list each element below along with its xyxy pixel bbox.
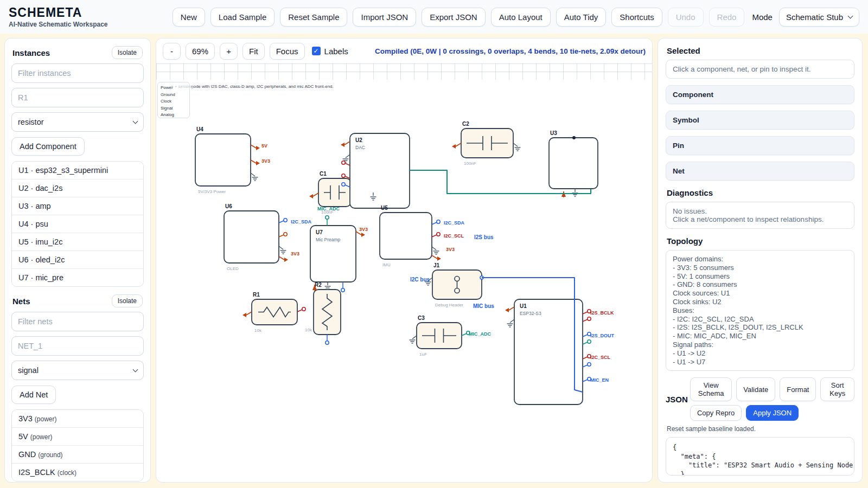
redo-button[interactable]: Redo [709, 8, 745, 27]
header-button-export-json[interactable]: Export JSON [422, 8, 486, 27]
section-header-symbol[interactable]: Symbol [666, 111, 854, 130]
json-button-view-schema[interactable]: View Schema [690, 377, 732, 401]
canvas-toolbar: - 69% + Fit Focus ✓ Labels Compiled (0E,… [156, 38, 652, 63]
header-button-load-sample[interactable]: Load Sample [210, 8, 275, 27]
add-net-button[interactable]: Add Net [11, 386, 56, 404]
topology-line: Clock sinks: U2 [673, 298, 847, 306]
nets-filter-input[interactable] [11, 312, 144, 331]
component-R2[interactable]: R210k [305, 282, 341, 335]
topology-line: - 3V3: 5 consumers [673, 264, 847, 272]
svg-text:J1: J1 [433, 262, 440, 268]
section-header-net[interactable]: Net [666, 162, 854, 181]
component-ref-input[interactable] [11, 88, 144, 107]
net-item-i2s-bclk[interactable]: I2S_BCLK(clock) [12, 463, 143, 481]
instance-item-u4[interactable]: U4 · psu [12, 215, 143, 233]
component-type-value: resistor [18, 118, 44, 126]
instances-isolate-button[interactable]: Isolate [112, 46, 143, 59]
legend-item-analog: Analog [161, 112, 189, 119]
json-button-rows: View SchemaValidateFormatSort Keys Copy … [690, 377, 854, 421]
svg-text:10k: 10k [305, 328, 312, 332]
mode-select[interactable]: Schematic Stub [779, 8, 859, 27]
instance-item-u3[interactable]: U3 · amp [12, 197, 143, 215]
net-name: 3V3 [18, 414, 33, 423]
component-R1[interactable]: R110k [252, 292, 297, 333]
header: SCHEMETA AI-Native Schematic Workspace N… [0, 0, 868, 34]
add-component-button[interactable]: Add Component [11, 137, 85, 156]
svg-text:IMU: IMU [382, 262, 391, 267]
component-C3[interactable]: C31uF [417, 315, 462, 357]
header-button-new[interactable]: New [173, 8, 205, 27]
main: Instances Isolate resistor Add Component… [0, 34, 868, 488]
chevron-down-icon [848, 14, 853, 19]
app-tagline: AI-Native Schematic Workspace [9, 21, 108, 28]
compile-status: Compiled (0E, 0W | 0 crossings, 0 overla… [375, 47, 646, 55]
svg-text:3V3: 3V3 [359, 227, 368, 232]
instances-filter-input[interactable] [11, 63, 144, 83]
instance-item-u7[interactable]: U7 · mic_pre [12, 268, 143, 286]
json-button-copy-repro[interactable]: Copy Repro [690, 405, 742, 421]
header-button-auto-layout[interactable]: Auto Layout [491, 8, 551, 27]
svg-text:I2C_SDA: I2C_SDA [291, 219, 312, 224]
zoom-out-button[interactable]: - [163, 43, 181, 60]
svg-text:U6: U6 [225, 203, 232, 209]
component-U1[interactable]: U1ESP32-S3 [514, 299, 583, 404]
svg-text:C1: C1 [320, 171, 327, 177]
component-U4[interactable]: U45V/3V3 Power [195, 126, 251, 194]
net-name: GND [18, 450, 36, 459]
json-header: JSON View SchemaValidateFormatSort Keys … [666, 377, 854, 421]
header-button-reset-sample[interactable]: Reset Sample [280, 8, 347, 27]
nets-isolate-button[interactable]: Isolate [112, 294, 143, 307]
topology-line: - I2S: I2S_BCLK, I2S_DOUT, I2S_LRCLK [673, 323, 847, 332]
json-button-sort-keys[interactable]: Sort Keys [820, 377, 854, 401]
component-U7[interactable]: U7Mic Preamp [310, 226, 356, 282]
net-type-select[interactable]: signal [11, 361, 144, 380]
nets-list: 3V3(power)5V(power)GND(ground)I2S_BCLK(c… [11, 409, 144, 481]
section-header-pin[interactable]: Pin [666, 136, 854, 155]
focus-button[interactable]: Focus [270, 43, 305, 60]
component-U2[interactable]: U2DAC [350, 133, 410, 208]
svg-text:MIC bus: MIC bus [473, 303, 494, 309]
instances-list: U1 · esp32_s3_superminiU2 · dac_i2sU3 · … [11, 161, 144, 287]
json-button-format[interactable]: Format [780, 377, 816, 401]
zoom-level-button[interactable]: 69% [186, 43, 215, 60]
inspector-panel: Selected Click a component, net, or pin … [658, 38, 863, 483]
header-button-import-json[interactable]: Import JSON [353, 8, 416, 27]
svg-text:5V/3V3 Power: 5V/3V3 Power [198, 189, 226, 194]
header-button-auto-tidy[interactable]: Auto Tidy [556, 8, 607, 27]
component-J1[interactable]: J1Debug Header [432, 262, 482, 307]
header-buttons: NewLoad SampleReset SampleImport JSONExp… [173, 8, 859, 27]
selected-hint: Click a component, net, or pin to inspec… [666, 60, 854, 79]
undo-button[interactable]: Undo [668, 8, 704, 27]
net-item-gnd[interactable]: GND(ground) [12, 445, 143, 463]
svg-text:I2C_SDA: I2C_SDA [444, 220, 465, 226]
component-U3[interactable]: U3 [549, 130, 598, 189]
component-U6[interactable]: U6OLED [224, 203, 279, 271]
instance-item-u2[interactable]: U2 · dac_i2s [12, 179, 143, 197]
zoom-in-button[interactable]: + [220, 43, 238, 60]
json-editor[interactable]: { "meta": { "title": "ESP32 Smart Audio … [666, 437, 854, 476]
labels-checkbox[interactable]: ✓ Labels [312, 47, 348, 56]
instance-item-u1[interactable]: U1 · esp32_s3_supermini [12, 162, 143, 179]
legend-item-signal: Signal [161, 105, 189, 112]
selected-title: Selected [667, 46, 853, 55]
header-button-shortcuts[interactable]: Shortcuts [611, 8, 662, 27]
net-name: I2S_BCLK [18, 468, 55, 477]
fit-button[interactable]: Fit [242, 43, 265, 60]
topology-line: - 5V: 1 consumers [673, 272, 847, 281]
apply-json-button[interactable]: Apply JSON [746, 405, 799, 421]
json-button-validate[interactable]: Validate [736, 377, 775, 401]
component-C2[interactable]: C2100nF [461, 121, 513, 166]
net-item-3v3[interactable]: 3V3(power) [12, 410, 143, 427]
svg-text:U5: U5 [381, 205, 388, 211]
section-header-component[interactable]: Component [666, 85, 854, 104]
net-name-input[interactable] [11, 336, 144, 356]
component-U5[interactable]: U5IMU [380, 205, 432, 267]
component-type-select[interactable]: resistor [11, 112, 144, 132]
nets-title: Nets [12, 297, 30, 306]
instance-item-u6[interactable]: U6 · oled_i2c [12, 251, 143, 268]
schematic-drawing[interactable]: U45V/3V3 PowerC1100nFU2DACC2100nFU3U6OLE… [156, 38, 633, 465]
schematic-canvas[interactable]: - 69% + Fit Focus ✓ Labels Compiled (0E,… [156, 38, 653, 483]
net-item-5v[interactable]: 5V(power) [12, 427, 143, 445]
instance-item-u5[interactable]: U5 · imu_i2c [12, 233, 143, 251]
svg-text:C2: C2 [462, 121, 469, 127]
